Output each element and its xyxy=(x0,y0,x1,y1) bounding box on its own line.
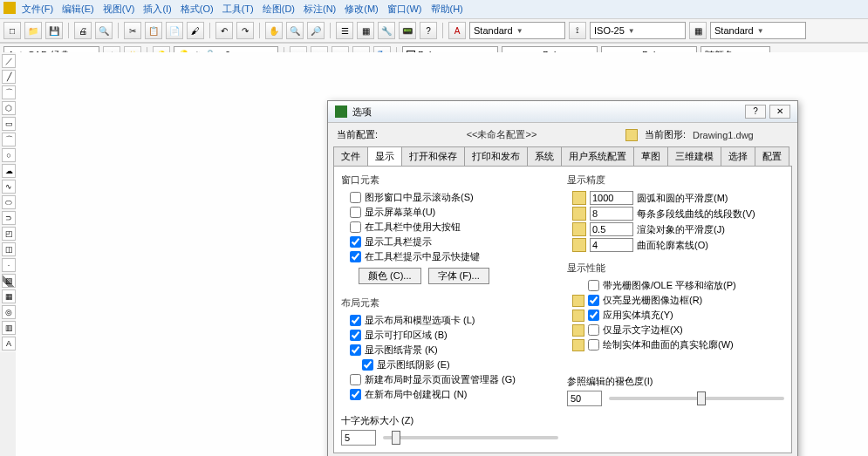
tab-3d[interactable]: 三维建模 xyxy=(667,146,721,166)
chk-printarea[interactable] xyxy=(350,330,361,341)
region-icon[interactable]: ◎ xyxy=(2,305,16,319)
crosshair-slider[interactable] xyxy=(383,436,558,439)
ellipsearc-icon[interactable]: ⊃ xyxy=(2,211,16,225)
chk-layouttabs[interactable] xyxy=(350,315,361,326)
chk-pagesetup[interactable] xyxy=(350,374,361,385)
menu-modify[interactable]: 修改(M) xyxy=(342,2,381,17)
segcount-input[interactable] xyxy=(590,207,633,221)
dialog-help-icon[interactable]: ? xyxy=(745,105,766,119)
spline-icon[interactable]: ∿ xyxy=(2,180,16,194)
rendersmooth-input[interactable] xyxy=(590,222,633,236)
menu-insert[interactable]: 插入(I) xyxy=(140,2,174,17)
tab-draft[interactable]: 草图 xyxy=(633,146,668,166)
arcsmooth-input[interactable] xyxy=(590,191,633,205)
dimstyle-combo[interactable]: ISO-25▼ xyxy=(590,22,686,39)
chk-solidfill[interactable] xyxy=(588,310,599,321)
arc-icon[interactable]: ⌒ xyxy=(2,133,16,146)
menu-draw[interactable]: 绘图(D) xyxy=(260,2,297,17)
print-icon[interactable]: 🖨 xyxy=(74,22,92,39)
tab-plot[interactable]: 打印和发布 xyxy=(464,146,528,166)
rect-icon[interactable]: ▭ xyxy=(2,117,16,131)
textstyle-a-icon[interactable]: A xyxy=(448,22,466,39)
menu-window[interactable]: 窗口(W) xyxy=(385,2,425,17)
crosshair-group: 十字光标大小 (Z) xyxy=(341,411,558,446)
gradient-icon[interactable]: ▦ xyxy=(2,289,16,303)
chk-silhouette[interactable] xyxy=(588,339,599,351)
block-icon[interactable]: ◫ xyxy=(2,242,16,256)
tab-system[interactable]: 系统 xyxy=(527,146,562,166)
perf-group-title: 显示性能 xyxy=(567,262,784,275)
cut-icon[interactable]: ✂ xyxy=(124,22,141,39)
chk-bigbuttons[interactable] xyxy=(350,221,361,233)
chk-screenmenu[interactable] xyxy=(350,207,361,218)
pline-icon[interactable]: ⌒ xyxy=(2,85,16,99)
tablestyle-icon[interactable]: ▦ xyxy=(689,22,707,39)
chk-paperbg[interactable] xyxy=(350,344,361,356)
options-dialog: 选项 ? ✕ 当前配置: <<未命名配置>> 当前图形: Drawing1.dw… xyxy=(327,100,798,456)
dialog-close-icon[interactable]: ✕ xyxy=(769,105,790,119)
mtext-icon[interactable]: A xyxy=(2,337,16,351)
chk-raster-frame[interactable] xyxy=(588,295,599,306)
new-icon[interactable]: □ xyxy=(3,22,21,39)
ellipse-icon[interactable]: ⬭ xyxy=(2,195,16,209)
paste-icon[interactable]: 📄 xyxy=(166,22,183,39)
tab-select[interactable]: 选择 xyxy=(721,146,755,166)
open-icon[interactable]: 📁 xyxy=(24,22,42,39)
zoom-icon[interactable]: 🔍 xyxy=(286,22,304,39)
copy-icon[interactable]: 📋 xyxy=(145,22,162,39)
contour-input[interactable] xyxy=(590,238,633,252)
xline-icon[interactable]: ╱ xyxy=(2,70,16,84)
chk-scrollbars[interactable] xyxy=(350,192,361,203)
prec-icon xyxy=(572,207,586,221)
chk-createviewport[interactable] xyxy=(350,389,361,400)
calc-icon[interactable]: 📟 xyxy=(399,22,416,39)
preview-icon[interactable]: 🔍 xyxy=(95,22,113,39)
pan-icon[interactable]: ✋ xyxy=(265,22,283,39)
crosshair-input[interactable] xyxy=(341,430,376,446)
chk-papershadow[interactable] xyxy=(362,359,373,371)
menu-help[interactable]: 帮助(H) xyxy=(428,2,466,17)
tab-profile[interactable]: 配置 xyxy=(755,146,789,166)
chk-tooltips[interactable] xyxy=(350,236,361,248)
point-icon[interactable]: · xyxy=(2,258,16,272)
zoom2-icon[interactable]: 🔎 xyxy=(307,22,325,39)
colors-button[interactable]: 颜色 (C)... xyxy=(359,268,421,284)
undo-icon[interactable]: ↶ xyxy=(215,22,233,39)
save-icon[interactable]: 💾 xyxy=(45,22,63,39)
matchprop-icon[interactable]: 🖌 xyxy=(187,22,204,39)
refedit-slider[interactable] xyxy=(609,397,784,400)
tab-display[interactable]: 显示 xyxy=(367,146,402,166)
perf-icon xyxy=(572,295,584,307)
redo-icon[interactable]: ↷ xyxy=(236,22,254,39)
tab-file[interactable]: 文件 xyxy=(333,146,368,166)
dc-icon[interactable]: ▦ xyxy=(357,22,374,39)
textstyle-combo[interactable]: Standard▼ xyxy=(469,22,565,39)
insert-icon[interactable]: ◰ xyxy=(2,227,16,241)
menu-dim[interactable]: 标注(N) xyxy=(301,2,338,17)
menu-format[interactable]: 格式(O) xyxy=(178,2,216,17)
menu-edit[interactable]: 编辑(E) xyxy=(59,2,97,17)
polygon-icon[interactable]: ⬡ xyxy=(2,101,16,115)
properties-icon[interactable]: ☰ xyxy=(336,22,353,39)
tab-userpref[interactable]: 用户系统配置 xyxy=(561,146,634,166)
window-group-title: 窗口元素 xyxy=(341,174,558,187)
circle-icon[interactable]: ○ xyxy=(2,148,16,162)
tool-icon[interactable]: 🔧 xyxy=(378,22,395,39)
chk-shortcutkeys[interactable] xyxy=(350,251,361,262)
revcloud-icon[interactable]: ☁ xyxy=(2,164,16,178)
line-icon[interactable]: ／ xyxy=(2,54,16,68)
chk-textframe[interactable] xyxy=(588,324,599,336)
tablestyle-combo[interactable]: Standard▼ xyxy=(710,22,806,39)
menu-tools[interactable]: 工具(T) xyxy=(220,2,256,17)
refedit-input[interactable] xyxy=(567,391,602,406)
menu-file[interactable]: 文件(F) xyxy=(19,2,56,17)
menu-view[interactable]: 视图(V) xyxy=(100,2,138,17)
tab-opensave[interactable]: 打开和保存 xyxy=(401,146,465,166)
chk-raster-pan[interactable] xyxy=(588,280,599,291)
help-icon[interactable]: ? xyxy=(420,22,437,39)
fonts-button[interactable]: 字体 (F)... xyxy=(428,268,489,284)
dimstyle-icon[interactable]: ⟟ xyxy=(569,22,586,39)
table-icon[interactable]: ▥ xyxy=(2,321,16,335)
hatch-icon[interactable]: ▨ xyxy=(2,274,16,288)
layout-group-title: 布局元素 xyxy=(341,296,558,310)
